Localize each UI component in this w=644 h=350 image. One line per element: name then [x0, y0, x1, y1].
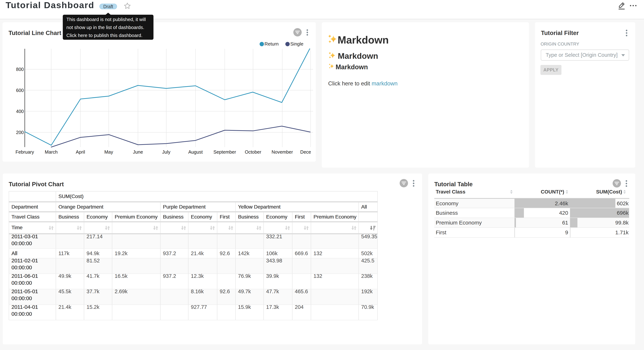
svg-text:June: June [133, 150, 143, 154]
svg-text:April: April [76, 150, 85, 154]
svg-text:August: August [188, 150, 203, 154]
svg-text:February: February [16, 150, 34, 154]
svg-text:800: 800 [16, 67, 24, 72]
svg-text:September: September [213, 150, 236, 154]
svg-text:200: 200 [16, 130, 24, 135]
svg-text:May: May [104, 150, 113, 154]
svg-text:March: March [45, 150, 58, 154]
svg-text:600: 600 [16, 88, 24, 93]
svg-text:October: October [245, 150, 261, 154]
svg-text:400: 400 [16, 109, 24, 114]
svg-text:November: November [272, 150, 293, 154]
svg-text:Dece: Dece [300, 150, 311, 154]
svg-text:July: July [162, 150, 170, 154]
